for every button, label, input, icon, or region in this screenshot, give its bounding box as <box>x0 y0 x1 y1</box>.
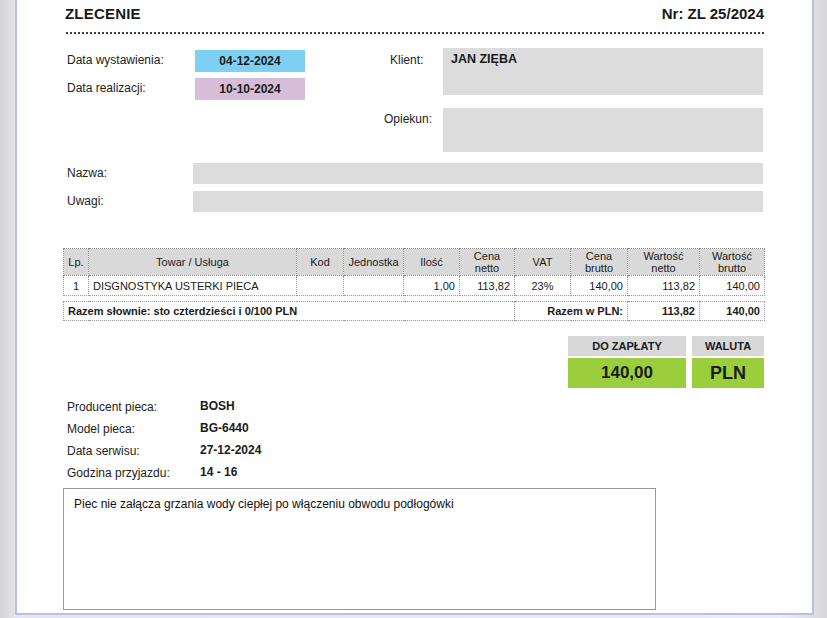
cell-cena-netto: 113,82 <box>460 276 515 296</box>
col-wartosc-netto: Wartość netto <box>628 249 700 276</box>
cell-cena-brutto: 140,00 <box>571 276 628 296</box>
remarks-label: Uwagi: <box>67 194 104 208</box>
col-lp: Lp. <box>64 249 89 276</box>
cell-vat: 23% <box>515 276 571 296</box>
items-table: Lp. Towar / Usługa Kod Jednostka Ilość C… <box>63 248 765 321</box>
cell-wartosc-brutto: 140,00 <box>700 276 765 296</box>
col-ilosc: Ilość <box>404 249 460 276</box>
cell-ilosc: 1,00 <box>404 276 460 296</box>
producer-label: Producent pieca: <box>67 400 157 414</box>
issue-date-field[interactable]: 04-12-2024 <box>195 50 305 72</box>
cell-lp: 1 <box>64 276 89 296</box>
service-date-label: Data serwisu: <box>67 444 140 458</box>
document-preview: ZLECENIE Nr: ZL 25/2024 Data wystawienia… <box>0 0 827 618</box>
col-cena-netto: Cena netto <box>460 249 515 276</box>
col-jednostka: Jednostka <box>344 249 404 276</box>
amount-due-header: DO ZAPŁATY <box>568 336 686 356</box>
amount-due-value: 140,00 <box>568 358 686 388</box>
arrival-time-value: 14 - 16 <box>200 465 237 479</box>
model-value: BG-6440 <box>200 421 249 435</box>
col-cena-brutto: Cena brutto <box>571 249 628 276</box>
caretaker-label: Opiekun: <box>384 112 432 126</box>
caretaker-field[interactable] <box>443 108 763 152</box>
cell-jednostka <box>344 276 404 296</box>
table-summary-row: Razem słownie: sto czterdzieści i 0/100 … <box>64 302 765 321</box>
document-number: Nr: ZL 25/2024 <box>500 5 764 22</box>
name-label: Nazwa: <box>67 166 107 180</box>
cell-wartosc-netto: 113,82 <box>628 276 700 296</box>
col-wartosc-brutto: Wartość brutto <box>700 249 765 276</box>
realization-date-label: Data realizacji: <box>67 81 146 95</box>
col-towar-usluga: Towar / Usługa <box>89 249 297 276</box>
producer-value: BOSH <box>200 399 235 413</box>
client-field[interactable]: JAN ZIĘBA <box>443 48 763 95</box>
issue-date-label: Data wystawienia: <box>67 53 164 67</box>
total-in-words: Razem słownie: sto czterdzieści i 0/100 … <box>64 302 515 321</box>
total-netto: 113,82 <box>628 302 700 321</box>
total-label: Razem w PLN: <box>515 302 628 321</box>
service-date-value: 27-12-2024 <box>200 443 261 457</box>
client-label: Klient: <box>390 53 423 67</box>
table-row: 1 DISGNOSTYKA USTERKI PIECA 1,00 113,82 … <box>64 276 765 296</box>
arrival-time-label: Godzina przyjazdu: <box>67 466 170 480</box>
fault-description-field[interactable]: Piec nie załącza grzania wody ciepłej po… <box>63 488 656 610</box>
cell-towar-usluga: DISGNOSTYKA USTERKI PIECA <box>89 276 297 296</box>
name-field[interactable] <box>193 163 763 184</box>
currency-header: WALUTA <box>692 336 764 356</box>
header-divider <box>66 32 764 34</box>
page-title: ZLECENIE <box>65 5 141 22</box>
col-kod: Kod <box>297 249 344 276</box>
cell-kod <box>297 276 344 296</box>
col-vat: VAT <box>515 249 571 276</box>
currency-value: PLN <box>692 358 764 388</box>
model-label: Model pieca: <box>67 422 135 436</box>
remarks-field[interactable] <box>193 191 763 212</box>
total-brutto: 140,00 <box>700 302 765 321</box>
realization-date-field[interactable]: 10-10-2024 <box>195 78 305 100</box>
table-header-row: Lp. Towar / Usługa Kod Jednostka Ilość C… <box>64 249 765 276</box>
